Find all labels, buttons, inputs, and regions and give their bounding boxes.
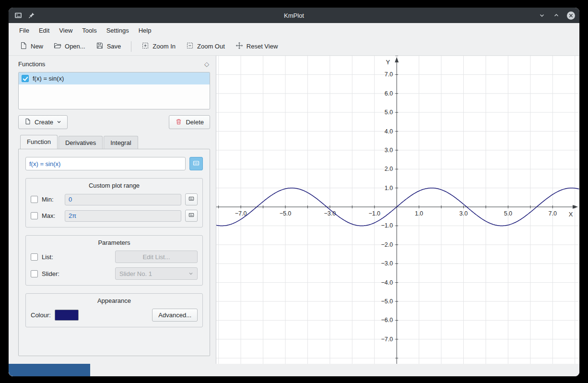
function-list-item[interactable]: f(x) = sin(x): [19, 72, 210, 84]
x-tick-label: 3.0: [459, 210, 468, 217]
y-tick-label: 3.0: [385, 147, 393, 154]
tab-derivatives[interactable]: Derivatives: [59, 136, 103, 149]
dock-title: Functions: [18, 60, 45, 68]
min-label: Min:: [42, 196, 61, 203]
toolbar-separator: [131, 41, 131, 52]
edit-list-button: Edit List...: [115, 251, 198, 263]
function-tabs: Function Derivatives Integral: [18, 135, 210, 149]
y-tick-label: −3.0: [381, 260, 393, 267]
x-tick-label: −5.0: [280, 210, 292, 217]
y-tick-label: −7.0: [381, 336, 393, 343]
x-axis-arrow: [573, 205, 578, 209]
max-input: [65, 210, 181, 222]
close-button[interactable]: [566, 11, 576, 20]
x-tick-label: 1.0: [415, 210, 423, 217]
max-label: Max:: [42, 212, 61, 219]
open-folder-icon: [54, 42, 61, 51]
menu-help[interactable]: Help: [134, 24, 156, 36]
appearance-title: Appearance: [31, 297, 198, 304]
colour-swatch[interactable]: [55, 310, 79, 321]
plot-canvas[interactable]: −7.0−5.0−3.0−1.01.03.05.07.07.06.05.04.0…: [216, 56, 579, 364]
y-tick-label: −5.0: [381, 298, 393, 305]
function-visible-checkbox[interactable]: [22, 75, 29, 82]
max-checkbox[interactable]: [31, 212, 38, 219]
colour-label: Colour:: [31, 311, 51, 319]
chevron-down-icon[interactable]: [537, 11, 547, 20]
tab-function[interactable]: Function: [20, 135, 58, 149]
menu-settings[interactable]: Settings: [102, 24, 134, 36]
save-button[interactable]: Save: [92, 39, 126, 54]
save-icon: [96, 42, 104, 51]
max-editor-button[interactable]: [185, 210, 198, 222]
app-icon: [13, 11, 23, 20]
slider-label: Slider:: [42, 270, 59, 277]
menu-view[interactable]: View: [54, 24, 77, 36]
y-axis-label: Y: [386, 59, 390, 66]
equation-editor-icon: [193, 160, 200, 168]
new-button[interactable]: New: [15, 39, 47, 54]
custom-plot-range-group: Custom plot range Min: Max:: [25, 178, 203, 227]
y-tick-label: −2.0: [381, 241, 393, 248]
y-tick-label: −6.0: [381, 317, 393, 323]
plot-area: −7.0−5.0−3.0−1.01.03.05.07.07.06.05.04.0…: [216, 56, 579, 364]
statusbar: [9, 364, 579, 376]
equation-editor-button[interactable]: [189, 157, 203, 170]
y-axis-arrow: [395, 57, 399, 62]
menu-edit[interactable]: Edit: [34, 24, 54, 36]
reset-view-icon: [235, 42, 243, 51]
equation-editor-icon: [188, 196, 194, 203]
list-label: List:: [42, 253, 53, 261]
pin-icon[interactable]: [27, 11, 36, 20]
y-tick-label: −1.0: [381, 222, 393, 229]
create-button[interactable]: Create: [18, 115, 68, 129]
new-document-icon: [20, 42, 27, 51]
y-tick-label: 1.0: [385, 185, 393, 192]
toolbar: New Open... Save Zoom In Zoom Out Reset …: [9, 37, 579, 56]
tab-integral[interactable]: Integral: [104, 136, 138, 149]
open-button[interactable]: Open...: [49, 39, 90, 54]
slider-select: Slider No. 1: [115, 267, 198, 280]
window-title: KmPlot: [9, 12, 579, 19]
zoom-out-icon: [186, 42, 194, 51]
zoom-in-button[interactable]: Zoom In: [137, 39, 180, 54]
equation-editor-icon: [188, 212, 194, 219]
reset-view-button[interactable]: Reset View: [231, 39, 282, 54]
statusbar-position-segment: [9, 364, 90, 376]
zoom-out-button[interactable]: Zoom Out: [182, 39, 229, 54]
y-tick-label: 6.0: [385, 90, 393, 97]
function-list[interactable]: f(x) = sin(x): [18, 72, 210, 109]
x-tick-label: −7.0: [235, 210, 247, 217]
menu-tools[interactable]: Tools: [77, 24, 101, 36]
min-input: [65, 194, 181, 205]
parameters-group: Parameters List: Edit List... Slider: Sl…: [25, 235, 203, 286]
trash-icon: [175, 118, 182, 127]
function-item-label: f(x) = sin(x): [33, 75, 64, 82]
zoom-in-icon: [141, 42, 149, 51]
min-editor-button[interactable]: [185, 193, 198, 205]
kmplot-window: KmPlot File Edit View Tools Setting: [9, 8, 579, 376]
list-checkbox[interactable]: [31, 253, 38, 261]
menubar: File Edit View Tools Settings Help: [9, 23, 579, 37]
y-tick-label: 7.0: [385, 71, 393, 78]
custom-plot-range-title: Custom plot range: [31, 182, 198, 189]
y-tick-label: 4.0: [385, 128, 393, 135]
maximize-button[interactable]: [552, 11, 561, 20]
functions-dock: Functions ◇ f(x) = sin(x) Create Delete: [12, 56, 216, 364]
x-axis-label: X: [569, 211, 573, 218]
titlebar[interactable]: KmPlot: [9, 8, 579, 23]
min-checkbox[interactable]: [31, 196, 38, 203]
delete-button[interactable]: Delete: [169, 115, 210, 129]
y-tick-label: −4.0: [381, 279, 393, 286]
dock-float-icon[interactable]: ◇: [203, 60, 210, 68]
x-tick-label: 7.0: [549, 210, 557, 217]
advanced-button[interactable]: Advanced...: [152, 309, 198, 322]
equation-input[interactable]: [25, 157, 186, 170]
chevron-down-icon: [57, 119, 61, 126]
parameters-title: Parameters: [31, 239, 198, 246]
menu-file[interactable]: File: [14, 24, 34, 36]
slider-checkbox[interactable]: [31, 270, 38, 277]
x-tick-label: 5.0: [504, 210, 512, 217]
function-tab-panel: Custom plot range Min: Max:: [18, 149, 210, 356]
y-tick-label: 5.0: [385, 109, 393, 116]
x-tick-label: −3.0: [324, 210, 336, 217]
